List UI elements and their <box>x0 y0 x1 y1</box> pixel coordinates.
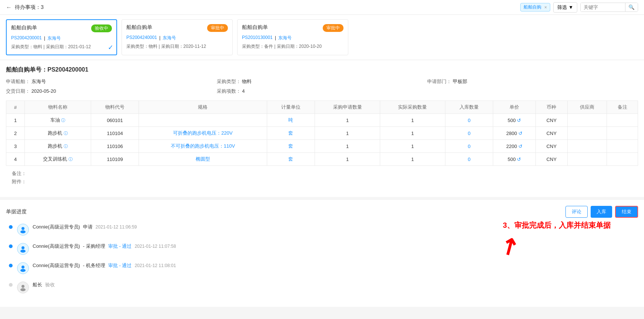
card-2-title: 船舶自购单 <box>126 24 152 31</box>
card-1-header: 船舶自购单 验收中 <box>11 24 112 32</box>
progress-actions: 评论 入库 结束 <box>565 206 638 218</box>
meta-date: 交货日期： 2020-05-20 <box>6 88 217 95</box>
meta-dept: 申请部门： 甲板部 <box>427 78 638 85</box>
timeline-role-2: - 采购经理 <box>83 243 105 250</box>
table-row: 4 交叉训练机 ⓘ 110109 椭圆型 套 1 1 0 500 ↺ CNY <box>6 153 638 166</box>
card-1-meta: 采购类型：物料 | 采购日期：2021-01-12 <box>11 44 112 50</box>
card-1-order-no[interactable]: PS2004200001 <box>11 35 42 42</box>
card-2-separator: | <box>159 35 160 41</box>
card-2[interactable]: 船舶自购单 审批中 PS2004240001 | 东海号 采购类型：物料 | 采… <box>122 19 233 55</box>
col-remark: 备注 <box>607 101 638 114</box>
avatar-3 <box>17 262 29 274</box>
avatar-4 <box>17 282 29 293</box>
date-value: 2020-05-20 <box>31 88 56 94</box>
card-3-order-no[interactable]: PS2010130001 <box>242 35 273 41</box>
cell-code: 110106 <box>91 140 139 153</box>
filter-tag[interactable]: 船舶自购 × <box>520 3 550 11</box>
cell-name: 跑步机 ⓘ <box>25 140 91 153</box>
cell-req-qty: 1 <box>315 140 380 153</box>
cell-actual-qty: 1 <box>380 127 445 140</box>
card-1-ship[interactable]: 东海号 <box>47 35 61 42</box>
progress-section: 单据进度 评论 入库 结束 Connie(高级运营专员) 申请 2021-01-… <box>0 200 644 307</box>
timeline-role-3: - 机务经理 <box>83 262 105 269</box>
card-1-badge: 验收中 <box>91 24 112 32</box>
cell-stock-qty[interactable]: 0 <box>445 153 493 166</box>
search-input[interactable] <box>581 3 625 11</box>
col-unit: 计量单位 <box>267 101 315 114</box>
cell-req-qty: 1 <box>315 153 380 166</box>
col-stock-qty: 入库数量 <box>445 101 493 114</box>
card-2-links: PS2004240001 | 东海号 <box>126 35 228 41</box>
card-2-meta: 采购类型：物料 | 采购日期：2020-11-12 <box>126 43 228 50</box>
timeline-main-3: Connie(高级运营专员) - 机务经理 审批 - 通过 2021-01-12… <box>33 262 638 269</box>
timeline-name-2: Connie(高级运营专员) <box>33 243 80 250</box>
card-1[interactable]: 船舶自购单 验收中 PS2004200001 | 东海号 采购类型：物料 | 采… <box>6 19 117 55</box>
cell-no: 1 <box>6 114 25 127</box>
filter-btn-label: 筛选 <box>557 4 567 11</box>
timeline-time-3: 2021-01-12 11:08:01 <box>135 263 176 268</box>
svg-point-4 <box>21 266 24 269</box>
cell-stock-qty[interactable]: 0 <box>445 127 493 140</box>
end-button[interactable]: 结束 <box>615 206 638 218</box>
card-2-order-no[interactable]: PS2004240001 <box>126 35 157 41</box>
cell-price: 2200 ↺ <box>493 140 536 153</box>
card-3-meta: 采购类型：备件 | 采购日期：2020-10-20 <box>242 43 343 50</box>
cell-no: 3 <box>6 140 25 153</box>
cell-actual-qty: 1 <box>380 153 445 166</box>
cell-currency: CNY <box>535 127 567 140</box>
col-no: # <box>6 101 25 114</box>
back-button[interactable]: ← <box>6 4 12 11</box>
cell-price: 500 ↺ <box>493 153 536 166</box>
date-label: 交货日期： <box>6 88 30 94</box>
cell-no: 4 <box>6 153 25 166</box>
svg-point-6 <box>21 285 24 288</box>
chevron-down-icon: ▼ <box>568 4 573 10</box>
cell-supplier <box>567 153 607 166</box>
card-3-ship[interactable]: 东海号 <box>278 35 292 41</box>
cell-currency: CNY <box>535 114 567 127</box>
cell-stock-qty[interactable]: 0 <box>445 114 493 127</box>
header-left: ← 待办事项：3 <box>6 4 44 11</box>
cell-unit: 套 <box>267 153 315 166</box>
attachment-label: 附件： <box>12 179 26 184</box>
card-2-ship[interactable]: 东海号 <box>163 35 176 41</box>
col-currency: 币种 <box>535 101 567 114</box>
search-icon: 🔍 <box>628 4 635 10</box>
timeline-dot-2 <box>9 244 13 248</box>
timeline-content-3: Connie(高级运营专员) - 机务经理 审批 - 通过 2021-01-12… <box>33 262 638 269</box>
items-table: # 物料名称 物料代号 规格 计量单位 采购申请数量 实际采购数量 入库数量 单… <box>6 101 638 166</box>
dept-value: 甲板部 <box>453 79 467 84</box>
cell-spec: 可折叠的跑步机电压：220V <box>139 127 267 140</box>
timeline-content-2: Connie(高级运营专员) - 采购经理 审批 - 通过 2021-01-12… <box>33 243 638 250</box>
detail-meta: 申请船舶： 东海号 采购类型： 物料 申请部门： 甲板部 交货日期： 2020-… <box>6 78 638 95</box>
cell-unit: 吨 <box>267 114 315 127</box>
order-no: PS2004200001 <box>47 66 88 73</box>
detail-section: 船舶自购单号：PS2004200001 申请船舶： 东海号 采购类型： 物料 申… <box>0 60 644 197</box>
ship-value: 东海号 <box>31 79 46 84</box>
search-box: 🔍 <box>580 3 638 12</box>
meta-count: 采购项数： 4 <box>217 88 428 95</box>
instock-button[interactable]: 入库 <box>591 206 612 218</box>
cell-spec <box>139 114 267 127</box>
filter-button[interactable]: 筛选 ▼ <box>553 2 577 13</box>
col-name: 物料名称 <box>25 101 91 114</box>
cell-stock-qty[interactable]: 0 <box>445 140 493 153</box>
timeline-action-2: 审批 - 通过 <box>108 243 132 250</box>
cell-code: 060101 <box>91 114 139 127</box>
cell-code: 110104 <box>91 127 139 140</box>
cell-req-qty: 1 <box>315 114 380 127</box>
card-3[interactable]: 船舶自购单 审批中 PS2010130001 | 东海号 采购类型：备件 | 采… <box>237 19 348 55</box>
cell-unit: 套 <box>267 140 315 153</box>
svg-point-5 <box>20 269 26 272</box>
type-label: 采购类型： <box>217 79 241 84</box>
timeline-name-4: 船长 <box>33 282 42 288</box>
timeline: Connie(高级运营专员) 申请 2021-01-12 11:06:59 Co… <box>6 224 638 293</box>
search-button[interactable]: 🔍 <box>625 3 638 11</box>
timeline-name-1: Connie(高级运营专员) <box>33 224 80 230</box>
card-1-title: 船舶自购单 <box>11 24 37 31</box>
filter-tag-close[interactable]: × <box>544 5 547 10</box>
meta-ship: 申请船舶： 东海号 <box>6 78 217 85</box>
timeline-time-1: 2021-01-12 11:06:59 <box>96 224 137 230</box>
cell-req-qty: 1 <box>315 127 380 140</box>
comment-button[interactable]: 评论 <box>565 206 588 218</box>
